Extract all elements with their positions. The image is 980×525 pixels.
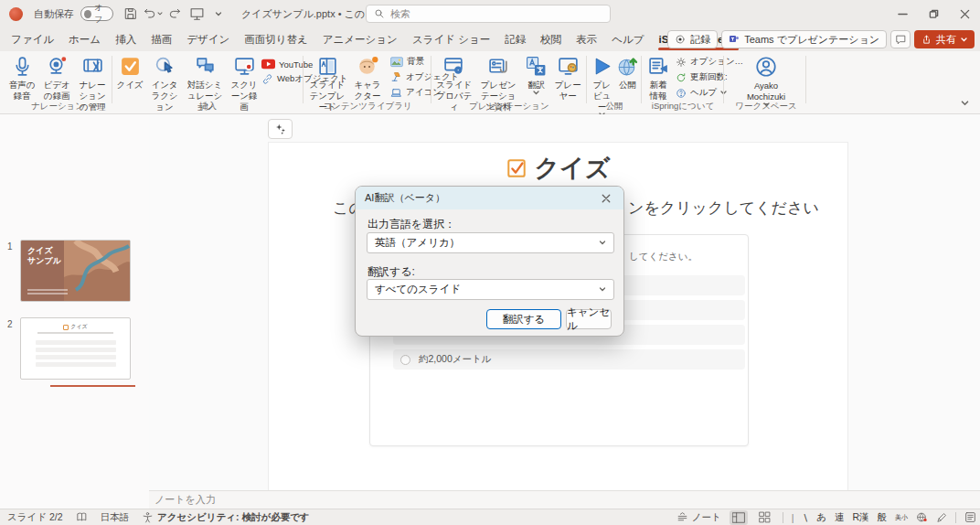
answer-option-row[interactable]: 約2,000メートル: [393, 349, 745, 370]
divider: [723, 56, 724, 103]
chevron-down-icon: [961, 38, 967, 42]
resources-paperclip-icon: [487, 55, 510, 78]
slide2-caption-line: [37, 332, 113, 334]
scope-select[interactable]: すべてのスライド: [367, 279, 614, 300]
cancel-button[interactable]: キャンセル: [566, 309, 612, 329]
redo-icon: [167, 6, 182, 21]
close-icon: [960, 9, 970, 19]
quick-access-overflow-button[interactable]: [208, 4, 229, 24]
gear-icon: [676, 57, 687, 68]
ime-mode-general[interactable]: 般: [878, 511, 888, 524]
screen-record-icon: [233, 55, 256, 78]
autosave-state: オフ: [94, 2, 110, 26]
slide-indicator: スライド 2/2: [7, 511, 63, 524]
accessibility-status[interactable]: アクセシビリティ: 検討が必要です: [142, 511, 310, 524]
collapse-ribbon-button[interactable]: [961, 93, 969, 110]
news-icon: [647, 55, 670, 78]
undo-button[interactable]: [143, 4, 163, 24]
character-face-icon: [357, 55, 379, 78]
restore-icon: [929, 9, 939, 19]
spellcheck-button[interactable]: [76, 511, 88, 523]
minimize-button[interactable]: [887, 0, 918, 27]
tab-insert[interactable]: 挿入: [108, 27, 144, 51]
play-icon: [591, 55, 613, 78]
restore-button[interactable]: [918, 0, 949, 27]
refresh-icon: [676, 72, 687, 83]
toggle-knob-icon: [84, 10, 91, 18]
ime-caret-icon: |: [792, 512, 794, 523]
ime-mode-hiragana[interactable]: あ: [816, 511, 826, 524]
tab-draw[interactable]: 描画: [144, 27, 179, 51]
tab-review[interactable]: 校閲: [533, 27, 569, 51]
translate-icon: [525, 55, 548, 78]
translate-confirm-button[interactable]: 翻訳する: [486, 309, 561, 329]
ime-tool-button[interactable]: [936, 512, 947, 523]
tab-design[interactable]: デザイン: [179, 27, 237, 51]
dialog-close-button[interactable]: [598, 190, 614, 207]
divider: [303, 56, 304, 103]
notes-toggle-button[interactable]: ノート: [676, 511, 721, 524]
teams-present-button[interactable]: Teams でプレゼンテーション: [721, 30, 887, 48]
slide-title: クイズ: [269, 152, 847, 185]
comments-button[interactable]: [890, 30, 911, 48]
divider: [586, 56, 587, 103]
whats-new-button[interactable]: 新着情報: [644, 54, 672, 102]
slide-properties-icon: [442, 55, 465, 78]
tab-transitions[interactable]: 画面切り替え: [237, 27, 315, 51]
tab-view[interactable]: 表示: [569, 27, 604, 51]
memo-button[interactable]: [964, 511, 976, 523]
divider: [955, 512, 956, 523]
ime-status-button[interactable]: [916, 511, 928, 523]
slide2-option-bar: [36, 362, 116, 367]
tab-file[interactable]: ファイル: [4, 27, 61, 51]
tab-home[interactable]: ホーム: [61, 27, 108, 51]
ime-mode-kanji[interactable]: R漢: [852, 511, 868, 524]
slide-number: 1: [7, 241, 13, 252]
ribbon-group-about-ispring: 新着情報 オプション… 更新回数: ヘルプ iSpringについて: [644, 51, 721, 114]
accessibility-icon: [142, 511, 154, 523]
close-icon: [602, 194, 611, 203]
normal-view-icon: [732, 512, 745, 523]
slide-thumbnail-panel: 1 クイズ サンプル 2 クイズ: [0, 114, 149, 509]
youtube-icon: [261, 59, 275, 70]
chevron-down-icon: [599, 287, 606, 292]
player-icon: [557, 55, 580, 78]
slide-sorter-view-button[interactable]: [756, 510, 774, 525]
question-text-fragment: してください。: [629, 251, 698, 263]
slide2-option-bar: [36, 355, 116, 359]
ime-pen-icon[interactable]: ∖: [802, 512, 808, 523]
tab-record[interactable]: 記録: [497, 27, 533, 51]
film-scissors-icon: [81, 55, 104, 78]
close-button[interactable]: [949, 0, 980, 27]
normal-view-button[interactable]: [730, 510, 748, 525]
divider: [431, 56, 431, 103]
save-button[interactable]: [121, 4, 141, 24]
undo-dropdown-icon: [157, 12, 163, 16]
autosave-toggle[interactable]: オフ: [80, 6, 113, 21]
search-input[interactable]: 検索: [366, 5, 611, 23]
tab-slideshow[interactable]: スライド ショー: [405, 27, 497, 51]
ime-mode-renbunsetsu[interactable]: 連: [835, 511, 845, 524]
quiz-checkbox-icon: [506, 158, 527, 178]
quiz-checkbox-icon: [63, 325, 69, 330]
output-language-select[interactable]: 英語（アメリカ）: [367, 232, 614, 253]
account-button[interactable]: Ayako Mochizuki: [734, 54, 798, 108]
output-language-label: 出力言語を選択：: [368, 217, 455, 232]
answer-option-label: 約2,000メートル: [419, 353, 492, 366]
share-button[interactable]: 共有: [914, 30, 975, 48]
search-placeholder: 検索: [390, 7, 410, 21]
slide-thumbnail-1[interactable]: クイズ サンプル: [20, 240, 131, 302]
language-indicator[interactable]: 日本語: [101, 511, 130, 524]
chevron-down-icon: [533, 91, 539, 95]
tab-help[interactable]: ヘルプ: [604, 27, 651, 51]
grid-view-icon: [759, 511, 771, 523]
notes-input-area[interactable]: ノートを入力: [149, 490, 980, 509]
start-slideshow-button[interactable]: [186, 4, 207, 24]
slide-thumbnail-2[interactable]: クイズ: [20, 317, 131, 380]
designer-button[interactable]: [268, 119, 293, 139]
record-button[interactable]: 記録: [667, 30, 718, 48]
dialog-titlebar[interactable]: AI翻訳（ベータ）: [356, 187, 623, 209]
tab-animations[interactable]: アニメーション: [315, 27, 405, 51]
ime-mode-minor[interactable]: 美小: [895, 513, 908, 522]
redo-button[interactable]: [165, 4, 185, 24]
